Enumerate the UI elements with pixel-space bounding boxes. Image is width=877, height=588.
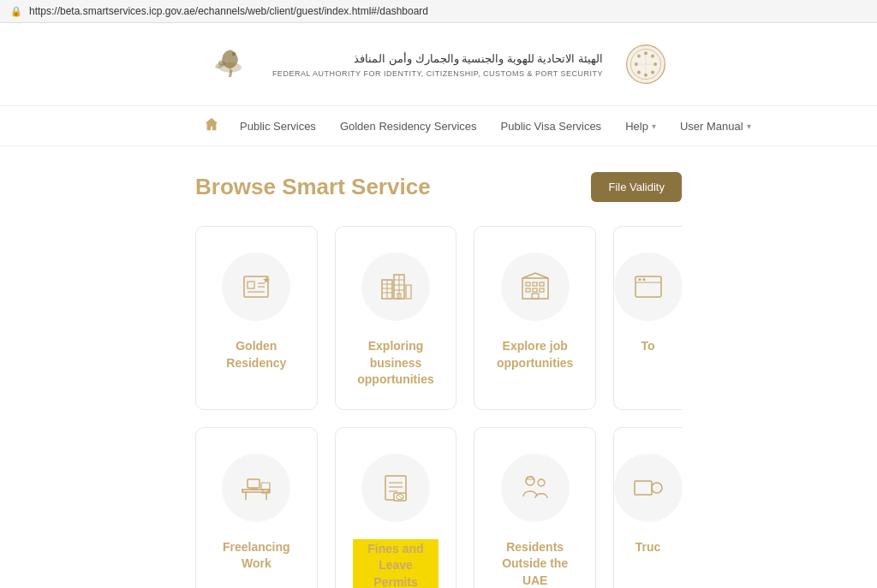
main-nav: Public Services Golden Residency Service… — [0, 106, 877, 146]
business-icon — [379, 270, 413, 304]
svg-point-5 — [651, 54, 654, 57]
partial-1-icon — [631, 270, 665, 304]
partial-1-icon-circle — [614, 252, 683, 321]
partial-2-icon-circle — [614, 454, 683, 522]
svg-point-1 — [232, 52, 236, 56]
svg-point-44 — [642, 278, 645, 281]
svg-line-40 — [535, 273, 548, 278]
service-card-golden-residency[interactable]: Golden Residency — [195, 226, 318, 410]
svg-point-65 — [652, 483, 662, 493]
logo-emblem-icon — [625, 44, 666, 85]
service-card-business[interactable]: Exploring business opportunities — [335, 226, 457, 410]
jobs-icon — [518, 270, 552, 304]
freelancing-label: Freelancing Work — [213, 539, 300, 573]
browser-bar: 🔒 https://beta.smartservices.icp.gov.ae/… — [0, 0, 877, 23]
partial-2-icon — [631, 471, 665, 505]
help-dropdown-arrow: ▾ — [652, 122, 656, 131]
freelancing-icon — [239, 471, 273, 505]
golden-residency-icon-circle — [222, 252, 290, 321]
svg-rect-48 — [248, 479, 260, 488]
main-content: Browse Smart Service File Validity Golde… — [0, 146, 877, 588]
nav-home-link[interactable] — [195, 106, 228, 146]
logo-bird-icon — [211, 39, 262, 90]
svg-rect-35 — [526, 288, 530, 292]
site-header: الهيئة الاتحادية للهوية والجنسية والجمار… — [0, 23, 877, 106]
residents-icon-circle — [501, 454, 570, 522]
business-icon-circle — [361, 252, 430, 321]
nav-golden-residency[interactable]: Golden Residency Services — [328, 110, 489, 143]
svg-rect-51 — [261, 483, 270, 490]
file-validity-button[interactable]: File Validity — [591, 172, 682, 202]
nav-public-visa[interactable]: Public Visa Services — [489, 110, 614, 143]
service-card-partial-1[interactable]: To — [613, 226, 682, 410]
logo-text-block: الهيئة الاتحادية للهوية والجنسية والجمار… — [272, 50, 603, 78]
svg-rect-37 — [540, 288, 544, 292]
svg-point-7 — [651, 71, 654, 74]
residents-label: Residents Outside the UAE — [492, 539, 578, 588]
svg-line-39 — [522, 273, 535, 278]
service-card-jobs[interactable]: Explore job opportunities — [474, 226, 596, 410]
svg-point-11 — [637, 54, 641, 57]
service-card-fines[interactable]: Fines and Leave Permits — [335, 427, 457, 588]
logo-container: الهيئة الاتحادية للهوية والجنسية والجمار… — [211, 39, 666, 90]
nav-public-services[interactable]: Public Services — [228, 110, 328, 143]
residents-icon — [518, 471, 552, 505]
svg-point-9 — [637, 71, 641, 74]
logo-english-text: FEDERAL AUTHORITY FOR IDENTITY, CITIZENS… — [272, 69, 603, 78]
freelancing-icon-circle — [222, 454, 290, 522]
jobs-icon-circle — [501, 252, 570, 321]
svg-rect-15 — [248, 282, 254, 288]
jobs-label: Explore job opportunities — [492, 338, 578, 371]
svg-rect-36 — [533, 288, 537, 292]
logo-arabic-text: الهيئة الاتحادية للهوية والجنسية والجمار… — [272, 50, 603, 68]
partial-2-label: Truc — [635, 539, 661, 556]
svg-rect-33 — [533, 282, 537, 286]
service-card-freelancing[interactable]: Freelancing Work — [195, 427, 318, 588]
page-title: Browse Smart Service — [195, 174, 431, 200]
user-manual-dropdown-arrow: ▾ — [747, 122, 751, 131]
svg-point-63 — [538, 479, 545, 486]
svg-rect-34 — [540, 282, 544, 286]
svg-rect-64 — [635, 481, 652, 495]
business-label: Exploring business opportunities — [353, 338, 439, 389]
fines-label: Fines and Leave Permits — [353, 539, 439, 588]
service-card-partial-2[interactable]: Truc — [613, 427, 682, 588]
page-header: Browse Smart Service File Validity — [195, 172, 682, 202]
svg-rect-30 — [406, 285, 411, 299]
svg-point-43 — [638, 278, 641, 281]
golden-residency-icon — [239, 270, 273, 304]
nav-user-manual[interactable]: User Manual ▾ — [668, 110, 763, 143]
partial-1-label: To — [641, 338, 654, 355]
fines-icon — [379, 471, 413, 505]
browser-url: https://beta.smartservices.icp.gov.ae/ec… — [29, 5, 428, 17]
svg-rect-32 — [526, 282, 530, 286]
svg-rect-38 — [532, 294, 539, 299]
fines-icon-circle — [361, 454, 430, 522]
lock-icon: 🔒 — [10, 6, 22, 17]
nav-help[interactable]: Help ▾ — [613, 110, 668, 143]
service-card-residents[interactable]: Residents Outside the UAE — [474, 427, 596, 588]
golden-residency-label: Golden Residency — [213, 338, 300, 371]
